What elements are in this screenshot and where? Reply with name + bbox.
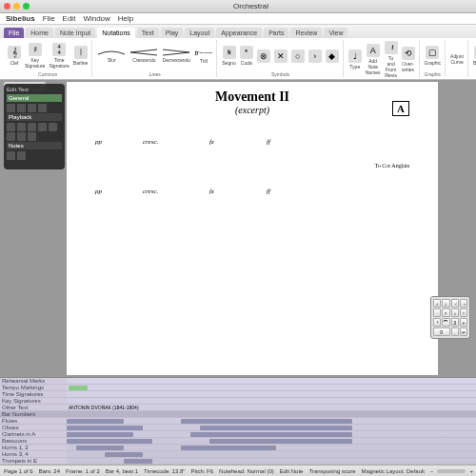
graphic-button[interactable]: ▢Graphic: [424, 45, 443, 67]
close-icon[interactable]: [4, 3, 10, 10]
staff-4[interactable]: [76, 201, 428, 218]
keypad-btn[interactable]: 3: [451, 318, 459, 327]
ribbon-group-adjust: Adjust Curve: [446, 40, 468, 77]
crescendo-button[interactable]: Crescendo: [129, 48, 159, 64]
window-title: Orchestral: [30, 2, 472, 10]
clef-button[interactable]: 𝄞Clef: [7, 45, 22, 67]
symbol-4-button[interactable]: ✕: [273, 49, 288, 64]
menu-file[interactable]: File: [43, 14, 55, 23]
zoom-out-button[interactable]: −: [430, 468, 434, 474]
staff-2[interactable]: To Cor Anglais: [76, 151, 428, 169]
trill-button[interactable]: tr~~~Trill: [193, 48, 213, 65]
zoom-in-button[interactable]: +: [469, 468, 473, 474]
keypad-btn[interactable]: ↵: [460, 327, 467, 336]
keypad-btn[interactable]: 𝄽: [433, 318, 441, 327]
status-edit: Edit Note: [280, 468, 304, 474]
tl-timesig[interactable]: Time Signatures: [0, 391, 67, 398]
to-from-rests-button[interactable]: 𝄽To and From Rests: [384, 40, 399, 79]
timeline-labels: Rehearsal Marks Tempo Markings Time Sign…: [0, 378, 67, 465]
keypad-btn[interactable]: .: [451, 327, 459, 336]
keypad-btn[interactable]: ♪: [433, 299, 441, 307]
symbol-6-button[interactable]: ›: [307, 49, 323, 64]
tab-note-input[interactable]: Note Input: [55, 28, 95, 38]
tl-inst[interactable]: Trumpets in E: [0, 458, 67, 465]
decrescendo-button[interactable]: Decrescendo: [161, 48, 191, 64]
tab-review[interactable]: Review: [290, 28, 322, 38]
ribbon-group-lines: Slur Crescendo Decrescendo tr~~~Trill Li…: [93, 40, 217, 77]
status-notehead: Notehead: Normal (0): [219, 468, 274, 474]
panel-section-playback[interactable]: Playback: [7, 113, 62, 121]
tl-inst[interactable]: Flutes: [0, 418, 67, 425]
tl-rehearsal[interactable]: Rehearsal Marks: [0, 378, 67, 385]
keypad-btn[interactable]: 𝅗𝅥: [451, 299, 459, 307]
menu-window[interactable]: Window: [83, 14, 109, 23]
time-sig-button[interactable]: 44Time Signature: [48, 42, 69, 69]
status-frame: Frame: 1 of 2: [66, 468, 100, 474]
tl-barnums[interactable]: Bar Numbers: [0, 411, 67, 418]
tab-text[interactable]: Text: [137, 28, 159, 38]
score-title: Movement II: [67, 89, 438, 105]
overwrites-button[interactable]: ⟲Over-writes: [401, 46, 416, 73]
timesig-icon: 44: [52, 43, 66, 56]
panel-section-general[interactable]: General: [7, 94, 62, 102]
staff-1[interactable]: pp cresc. fz ff: [76, 127, 428, 144]
score-canvas[interactable]: Movement II (excerpt) A pp cresc. fz ff …: [67, 82, 438, 375]
tab-layout[interactable]: Layout: [185, 28, 214, 38]
rehearsal-mark[interactable]: A: [392, 101, 409, 116]
inspector-panel[interactable]: Edit Text General Playback Notes: [4, 84, 65, 169]
tl-inst[interactable]: Horns 3, 4: [0, 451, 67, 458]
barline-button[interactable]: 𝄁Barline: [72, 45, 89, 67]
ribbon: 𝄞Clef ♯Key Signature 44Time Signature 𝄁B…: [0, 38, 476, 80]
adjust-curve-button[interactable]: Adjust Curve: [449, 52, 465, 66]
slur-button[interactable]: Slur: [96, 48, 127, 64]
bracket-button[interactable]: [Bracket: [472, 45, 476, 67]
timeline-tracks[interactable]: ANTONIN DVORAK (1841-1904): [67, 378, 476, 465]
tl-inst[interactable]: Bassoons: [0, 438, 67, 445]
tab-parts[interactable]: Parts: [264, 28, 288, 38]
add-note-names-button[interactable]: AAdd Note Names: [365, 43, 382, 76]
keypad-btn[interactable]: ♭: [451, 308, 459, 317]
menubar: Sibelius File Edit Window Help: [0, 13, 476, 25]
key-sig-button[interactable]: ♯Key Signature: [24, 42, 46, 69]
tab-appearance[interactable]: Appearance: [216, 28, 262, 38]
status-bars: Bars: 24: [39, 468, 60, 474]
coda-button[interactable]: 𝄌Coda: [239, 45, 254, 67]
zoom-icon[interactable]: [23, 3, 30, 10]
keypad-btn[interactable]: 0: [433, 327, 450, 336]
tl-keysig[interactable]: Key Signatures: [0, 398, 67, 405]
tab-file[interactable]: File: [4, 28, 24, 38]
keypad-btn[interactable]: +: [460, 318, 467, 327]
keypad-btn[interactable]: ♩: [442, 299, 449, 307]
tl-other[interactable]: Other Text: [0, 405, 67, 411]
menu-app[interactable]: Sibelius: [6, 14, 35, 23]
keypad-btn[interactable]: 𝅝: [460, 299, 467, 307]
tl-inst[interactable]: Oboes: [0, 425, 67, 431]
timeline-panel[interactable]: Rehearsal Marks Tempo Markings Time Sign…: [0, 377, 476, 465]
keypad-panel[interactable]: ♪ ♩ 𝅗𝅥 𝅝 · ♯ ♭ ♮ 𝄽 ⁀ 3 + 0 . ↵: [430, 296, 470, 339]
tab-play[interactable]: Play: [161, 28, 184, 38]
keypad-btn[interactable]: ⁀: [442, 318, 449, 327]
keypad-btn[interactable]: ·: [433, 308, 441, 317]
panel-section-notes[interactable]: Notes: [7, 142, 62, 149]
symbol-5-button[interactable]: ○: [290, 49, 306, 64]
menu-help[interactable]: Help: [118, 14, 133, 23]
tab-notations[interactable]: Notations: [97, 28, 135, 38]
keypad-btn[interactable]: ♯: [442, 308, 449, 317]
workspace: Full Score Edit Text General Playback No…: [0, 80, 476, 377]
zoom-slider[interactable]: [437, 469, 466, 473]
menu-edit[interactable]: Edit: [63, 14, 76, 23]
image-icon: ▢: [426, 46, 439, 59]
symbol-7-button[interactable]: ◆: [325, 49, 340, 64]
symbol-3-button[interactable]: ⊗: [256, 49, 271, 64]
staff-3[interactable]: pp cresc. fz ff: [76, 176, 428, 193]
tl-tempo[interactable]: Tempo Markings: [0, 385, 67, 391]
tl-inst[interactable]: Horns 1, 2: [0, 445, 67, 451]
minimize-icon[interactable]: [13, 3, 20, 10]
keypad-btn[interactable]: ♮: [460, 308, 467, 317]
segno-button[interactable]: 𝄋Segno: [221, 45, 236, 67]
status-transposing: Transposing score: [308, 468, 355, 474]
tab-view[interactable]: View: [324, 28, 347, 38]
notehead-type-button[interactable]: ♩Type: [347, 49, 363, 70]
tab-home[interactable]: Home: [26, 28, 53, 38]
tl-inst[interactable]: Clarinets in A: [0, 431, 67, 438]
